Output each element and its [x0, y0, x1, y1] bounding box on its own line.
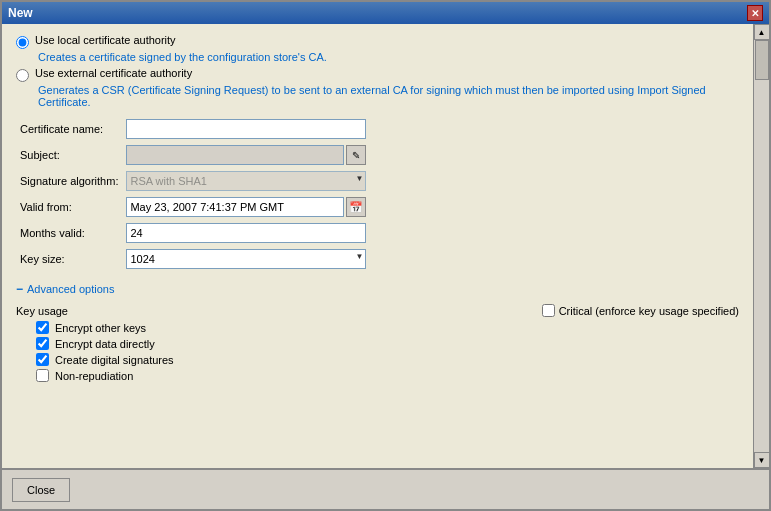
dialog-title: New	[8, 6, 33, 20]
valid-from-input[interactable]	[126, 197, 344, 217]
scroll-down-button[interactable]: ▼	[754, 452, 770, 468]
months-valid-row: Months valid:	[16, 220, 739, 246]
non-repudiation-checkbox[interactable]	[36, 369, 49, 382]
sig-algorithm-row: Signature algorithm: RSA with SHA1	[16, 168, 739, 194]
months-valid-input[interactable]	[126, 223, 366, 243]
content-area: Use local certificate authority Creates …	[2, 24, 769, 468]
subject-input-group: ✎	[126, 145, 735, 165]
local-ca-desc: Creates a certificate signed by the conf…	[38, 51, 739, 63]
form-table: Certificate name: Subject: ✎	[16, 116, 739, 272]
encrypt-data-checkbox[interactable]	[36, 337, 49, 350]
minus-icon: −	[16, 282, 23, 296]
critical-checkbox-group: Critical (enforce key usage specified)	[542, 304, 739, 317]
advanced-options-label: Advanced options	[27, 283, 114, 295]
sig-algorithm-wrapper: RSA with SHA1	[126, 171, 366, 191]
scroll-up-button[interactable]: ▲	[754, 24, 770, 40]
key-size-label: Key size:	[16, 246, 122, 272]
advanced-section: − Advanced options Key usage Critical (e…	[16, 282, 739, 382]
valid-from-label: Valid from:	[16, 194, 122, 220]
months-valid-label: Months valid:	[16, 220, 122, 246]
encrypt-data-label: Encrypt data directly	[55, 338, 155, 350]
cert-name-label: Certificate name:	[16, 116, 122, 142]
scrollbar: ▲ ▼	[753, 24, 769, 468]
subject-row: Subject: ✎	[16, 142, 739, 168]
non-repudiation-label: Non-repudiation	[55, 370, 133, 382]
encrypt-data-item: Encrypt data directly	[16, 337, 739, 350]
key-size-wrapper: 512 1024 2048 4096	[126, 249, 366, 269]
key-size-select[interactable]: 512 1024 2048 4096	[126, 249, 366, 269]
main-panel: Use local certificate authority Creates …	[2, 24, 753, 468]
scrollbar-thumb[interactable]	[755, 40, 769, 80]
external-ca-desc: Generates a CSR (Certificate Signing Req…	[38, 84, 739, 108]
key-usage-section: Key usage Critical (enforce key usage sp…	[16, 304, 739, 382]
key-usage-label: Key usage	[16, 305, 68, 317]
title-bar: New ✕	[2, 2, 769, 24]
key-usage-header: Key usage Critical (enforce key usage sp…	[16, 304, 739, 317]
key-size-row: Key size: 512 1024 2048 4096	[16, 246, 739, 272]
radio-group: Use local certificate authority Creates …	[16, 34, 739, 108]
create-digital-sigs-item: Create digital signatures	[16, 353, 739, 366]
encrypt-other-keys-checkbox[interactable]	[36, 321, 49, 334]
valid-from-row: Valid from: 📅	[16, 194, 739, 220]
local-ca-radio[interactable]	[16, 36, 29, 49]
external-ca-label: Use external certificate authority	[35, 67, 192, 79]
bottom-bar: Close	[2, 469, 769, 509]
local-ca-option: Use local certificate authority	[16, 34, 739, 49]
scrollbar-track[interactable]	[754, 40, 769, 452]
encrypt-other-keys-label: Encrypt other keys	[55, 322, 146, 334]
subject-input[interactable]	[126, 145, 344, 165]
edit-icon: ✎	[352, 150, 360, 161]
critical-checkbox[interactable]	[542, 304, 555, 317]
sig-algorithm-label: Signature algorithm:	[16, 168, 122, 194]
valid-from-input-group: 📅	[126, 197, 735, 217]
external-ca-radio[interactable]	[16, 69, 29, 82]
valid-from-calendar-button[interactable]: 📅	[346, 197, 366, 217]
critical-label: Critical (enforce key usage specified)	[559, 305, 739, 317]
sig-algorithm-select[interactable]: RSA with SHA1	[126, 171, 366, 191]
external-ca-option: Use external certificate authority	[16, 67, 739, 82]
calendar-icon: 📅	[349, 201, 363, 214]
close-button[interactable]: Close	[12, 478, 70, 502]
cert-name-row: Certificate name:	[16, 116, 739, 142]
advanced-toggle[interactable]: − Advanced options	[16, 282, 739, 296]
local-ca-label: Use local certificate authority	[35, 34, 176, 46]
create-digital-sigs-checkbox[interactable]	[36, 353, 49, 366]
create-digital-sigs-label: Create digital signatures	[55, 354, 174, 366]
close-x-button[interactable]: ✕	[747, 5, 763, 21]
encrypt-other-keys-item: Encrypt other keys	[16, 321, 739, 334]
subject-label: Subject:	[16, 142, 122, 168]
cert-name-input[interactable]	[126, 119, 366, 139]
subject-edit-button[interactable]: ✎	[346, 145, 366, 165]
new-dialog: New ✕ Use local certificate authority Cr…	[0, 0, 771, 511]
import-link[interactable]: Import Signed Certificate	[38, 84, 706, 108]
non-repudiation-item: Non-repudiation	[16, 369, 739, 382]
